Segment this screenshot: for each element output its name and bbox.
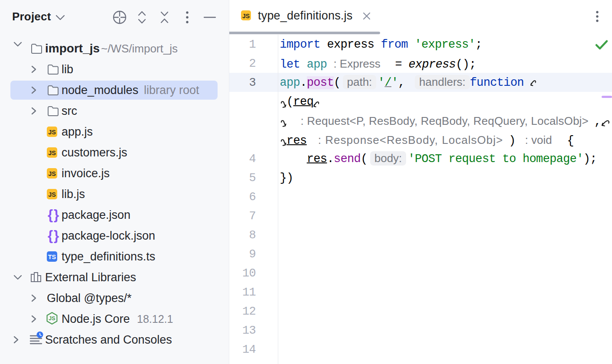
svg-text:JS: JS [48, 150, 56, 156]
svg-text:JS: JS [48, 191, 56, 198]
svg-text:JS: JS [242, 13, 250, 20]
svg-text:JS: JS [48, 129, 56, 136]
svg-text:JS: JS [49, 315, 55, 322]
svg-text:JS: JS [48, 170, 56, 177]
svg-text:TS: TS [48, 254, 56, 260]
